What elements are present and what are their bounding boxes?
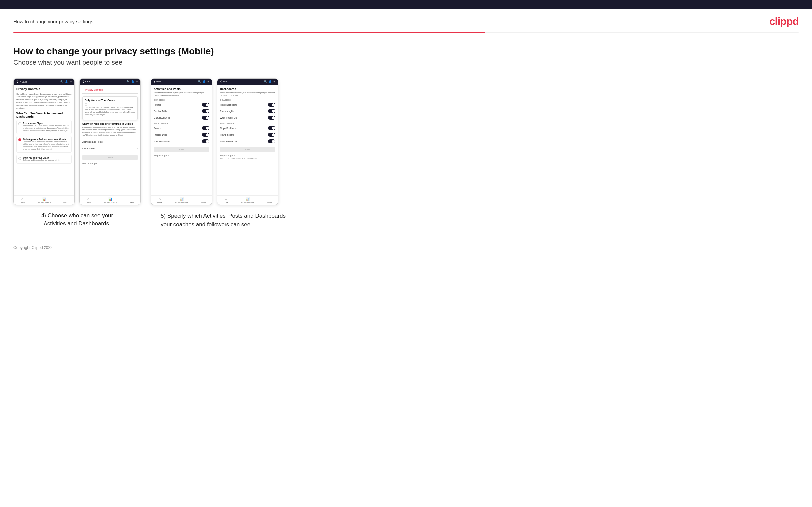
search-icon-4[interactable]: 🔍 — [264, 80, 267, 83]
menu-activities-row[interactable]: Activities and Posts › — [82, 139, 138, 145]
practice-label-coaches: Practice Drills — [154, 110, 167, 112]
home-icon-4: ⌂ — [225, 198, 227, 201]
manual-label-coaches: Manual Activities — [154, 117, 170, 119]
screen4-bottom-nav: ⌂ Home 📊 My Performance ☰ Menu — [217, 195, 278, 205]
screen4-title: Dashboards — [220, 87, 275, 91]
person-icon-2[interactable]: 👤 — [131, 80, 134, 83]
phones-pair-2: ❮ Back 🔍 👤 ⚙ Activities and Posts Select… — [151, 78, 278, 205]
search-icon-2[interactable]: 🔍 — [126, 80, 130, 83]
option2-title: Only Approved Followers and Your Coach — [23, 138, 70, 140]
person-icon-3[interactable]: 👤 — [203, 80, 206, 83]
save-btn-4[interactable]: Save — [220, 147, 275, 152]
privacy-tab[interactable]: Privacy Controls — [82, 87, 106, 93]
rounds-label-coaches: Rounds — [154, 104, 161, 106]
radio-everyone[interactable]: Everyone on Clippd Everyone on Clippd ca… — [16, 120, 72, 134]
footer: Copyright Clippd 2022 — [0, 238, 812, 257]
what-to-work-toggle-coaches[interactable] — [268, 116, 275, 120]
home-icon-1: ⌂ — [21, 198, 23, 201]
right-group: ❮ Back 🔍 👤 ⚙ Activities and Posts Select… — [151, 78, 287, 229]
screen4-body: Dashboards Select the dashboards that yo… — [217, 84, 278, 194]
practice-toggle-switch-followers[interactable] — [202, 133, 209, 137]
player-dashboard-label-followers: Player Dashboard — [220, 127, 237, 129]
nav-perf-2[interactable]: 📊 My Performance — [104, 198, 117, 204]
home-icon-3: ⌂ — [159, 198, 161, 201]
coaches-label-3: COACHES — [154, 99, 209, 101]
nav-perf-1[interactable]: 📊 My Performance — [38, 198, 51, 204]
screen4-desc: Select the dashboards that you'd like to… — [220, 92, 275, 97]
radio-circle-3 — [18, 157, 21, 160]
round-insights-toggle-coaches[interactable] — [268, 109, 275, 113]
nav-home-3[interactable]: ⌂ Home — [157, 198, 162, 204]
coaches-label-4: COACHES — [220, 99, 275, 101]
screen3-back[interactable]: ❮ Back — [154, 80, 162, 83]
nav-home-1[interactable]: ⌂ Home — [20, 198, 25, 204]
search-icon[interactable]: 🔍 — [60, 80, 63, 83]
chart-icon-3: 📊 — [180, 198, 184, 201]
search-icon-3[interactable]: 🔍 — [198, 80, 201, 83]
manual-toggle-switch-followers[interactable] — [202, 139, 209, 143]
what-to-work-coaches[interactable]: What To Work On — [220, 115, 275, 120]
caption5: 5) Specify which Activities, Posts and D… — [161, 212, 287, 229]
what-to-work-toggle-followers[interactable] — [268, 139, 275, 143]
rounds-toggle-followers[interactable]: Rounds — [154, 125, 209, 131]
menu-dashboards-row[interactable]: Dashboards › — [82, 145, 138, 152]
screen1-desc: Control how you and your data appears to… — [16, 93, 72, 109]
person-icon-4[interactable]: 👤 — [269, 80, 272, 83]
nav-home-2[interactable]: ⌂ Home — [86, 198, 91, 204]
rounds-toggle-switch-coaches[interactable] — [202, 103, 209, 107]
caption4: 4) Choose who can see your Activities an… — [31, 212, 123, 228]
practice-toggle-switch-coaches[interactable] — [202, 109, 209, 113]
save-btn-2[interactable]: Save — [82, 155, 138, 160]
screen2-back[interactable]: ❮ Back — [82, 80, 90, 83]
settings-icon-3[interactable]: ⚙ — [207, 80, 209, 83]
person-icon[interactable]: 👤 — [65, 80, 68, 83]
copyright: Copyright Clippd 2022 — [13, 245, 53, 250]
top-bar — [0, 0, 812, 9]
nav-home-4[interactable]: ⌂ Home — [223, 198, 229, 204]
screen1-nav: ❮ < Back 🔍 👤 ⚙ — [14, 79, 74, 84]
settings-icon-4[interactable]: ⚙ — [273, 80, 275, 83]
player-toggle-coaches[interactable] — [268, 103, 275, 107]
option2-desc: Only approved followers and coaches you … — [23, 140, 70, 151]
radio-approved[interactable]: Only Approved Followers and Your Coach O… — [16, 136, 72, 153]
option1-title: Everyone on Clippd — [23, 122, 70, 124]
screen1-back[interactable]: ❮ < Back — [16, 80, 27, 83]
nav-menu-2[interactable]: ☰ Menu — [130, 198, 134, 204]
phones-pair-1: ❮ < Back 🔍 👤 ⚙ Privacy Controls Control … — [13, 78, 141, 205]
rounds-toggle-switch-followers[interactable] — [202, 126, 209, 130]
manual-toggle-switch-coaches[interactable] — [202, 116, 209, 120]
nav-menu-1[interactable]: ☰ Menu — [63, 198, 68, 204]
player-dashboard-followers[interactable]: Player Dashboard — [220, 125, 275, 131]
settings-icon[interactable]: ⚙ — [70, 80, 72, 83]
screenshots-section: ❮ < Back 🔍 👤 ⚙ Privacy Controls Control … — [13, 78, 799, 229]
settings-icon-2[interactable]: ⚙ — [136, 80, 138, 83]
help-support-2: Help & Support — [82, 162, 138, 165]
screen3-desc: Select the types of activity that you'd … — [154, 92, 209, 97]
nav-perf-4[interactable]: 📊 My Performance — [241, 198, 254, 204]
player-toggle-followers[interactable] — [268, 126, 275, 130]
round-insights-coaches[interactable]: Round Insights — [220, 109, 275, 114]
what-to-work-followers[interactable]: What To Work On — [220, 139, 275, 144]
modal-box: Only You and Your Coach Only you and the… — [82, 96, 138, 120]
chevron-activities: › — [137, 140, 138, 143]
save-btn-3[interactable]: Save — [154, 147, 209, 152]
nav-menu-3[interactable]: ☰ Menu — [201, 198, 206, 204]
followers-label-3: FOLLOWERS — [154, 122, 209, 124]
screen1-bottom-nav: ⌂ Home 📊 My Performance ☰ Menu — [14, 195, 74, 205]
main-content: How to change your privacy settings (Mob… — [0, 33, 812, 238]
nav-menu-4[interactable]: ☰ Menu — [267, 198, 272, 204]
screen4-back[interactable]: ❮ Back — [220, 80, 228, 83]
home-icon-2: ⌂ — [87, 198, 89, 201]
radio-only-you[interactable]: Only You and Your Coach Only you and the… — [16, 155, 72, 164]
rounds-toggle-coaches[interactable]: Rounds — [154, 102, 209, 107]
practice-toggle-followers[interactable]: Practice Drills — [154, 132, 209, 137]
practice-toggle-coaches[interactable]: Practice Drills — [154, 109, 209, 114]
manual-toggle-coaches[interactable]: Manual Activities — [154, 115, 209, 120]
round-insights-toggle-followers[interactable] — [268, 133, 275, 137]
manual-toggle-followers[interactable]: Manual Activities — [154, 139, 209, 144]
screen4-icons: 🔍 👤 ⚙ — [264, 80, 275, 83]
nav-perf-3[interactable]: 📊 My Performance — [175, 198, 188, 204]
round-insights-followers[interactable]: Round Insights — [220, 132, 275, 137]
player-dashboard-coaches[interactable]: Player Dashboard — [220, 102, 275, 107]
radio-circle-2 — [18, 138, 21, 142]
